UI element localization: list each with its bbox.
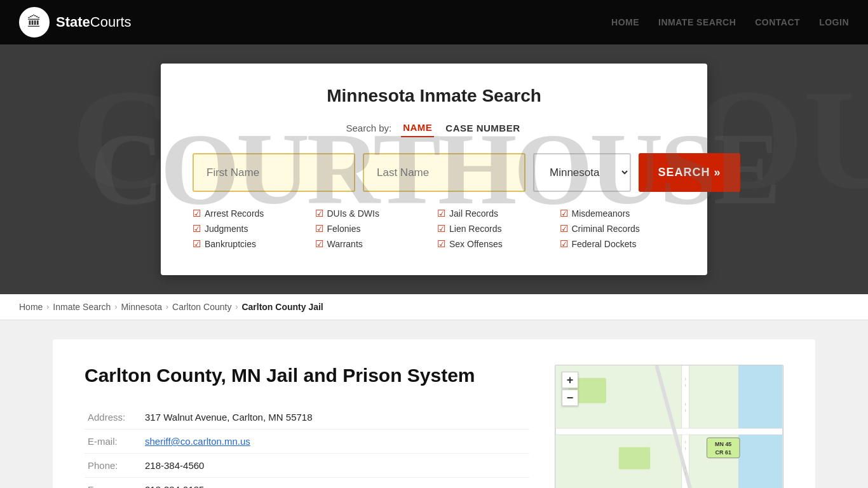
main-content: Carlton County, MN Jail and Prison Syste… (0, 320, 868, 488)
header: 🏛 StateCourts HOME INMATE SEARCH CONTACT… (0, 0, 868, 44)
breadcrumb-sep-4: › (235, 302, 238, 311)
logo-icon: 🏛 (19, 7, 50, 37)
phone-value: 218-384-4560 (142, 454, 529, 478)
breadcrumb: Home › Inmate Search › Minnesota › Carlt… (0, 294, 868, 320)
svg-text:CR 61: CR 61 (715, 449, 731, 456)
courthouse-bg-text: COURTHOUSE (90, 111, 778, 228)
email-row: E-mail: sheriff@co.carlton.mn.us (85, 430, 529, 454)
card-right: + − (555, 365, 783, 488)
svg-rect-13 (619, 447, 651, 470)
breadcrumb-carlton-county[interactable]: Carlton County (172, 302, 231, 312)
jail-title: Carlton County, MN Jail and Prison Syste… (85, 365, 529, 386)
content-card: Carlton County, MN Jail and Prison Syste… (53, 339, 815, 488)
breadcrumb-home[interactable]: Home (19, 302, 43, 312)
address-row: Address: 317 Walnut Avenue, Carlton, MN … (85, 405, 529, 430)
breadcrumb-sep-3: › (166, 302, 168, 311)
map-controls: + − (562, 372, 578, 406)
phone-row: Phone: 218-384-4560 (85, 454, 529, 478)
email-label: E-mail: (85, 430, 142, 454)
breadcrumb-inmate-search[interactable]: Inmate Search (53, 302, 111, 312)
email-link[interactable]: sheriff@co.carlton.mn.us (145, 436, 250, 447)
address-value: 317 Walnut Avenue, Carlton, MN 55718 (142, 405, 529, 430)
hero-section: COURTHOUSE Minnesota Inmate Search Searc… (0, 44, 868, 294)
logo-text: StateCourts (56, 14, 132, 30)
breadcrumb-minnesota[interactable]: Minnesota (121, 302, 162, 312)
breadcrumb-current: Carlton County Jail (241, 302, 323, 312)
fax-value: 218-384-9185 (142, 478, 529, 489)
map-container: + − (555, 365, 783, 488)
breadcrumb-sep-1: › (46, 302, 49, 311)
fax-row: Fax: 218-384-9185 (85, 478, 529, 489)
address-label: Address: (85, 405, 142, 430)
breadcrumb-sep-2: › (114, 302, 117, 311)
map-zoom-in[interactable]: + (562, 372, 578, 388)
card-left: Carlton County, MN Jail and Prison Syste… (85, 365, 529, 488)
svg-rect-1 (738, 365, 782, 488)
map-svg: MN 45 CR 61 (555, 365, 783, 488)
phone-label: Phone: (85, 454, 142, 478)
email-value: sheriff@co.carlton.mn.us (142, 430, 529, 454)
fax-label: Fax: (85, 478, 142, 489)
map-zoom-out[interactable]: − (562, 390, 578, 406)
logo-link[interactable]: 🏛 StateCourts (19, 7, 132, 37)
info-table: Address: 317 Walnut Avenue, Carlton, MN … (85, 405, 529, 488)
svg-text:MN 45: MN 45 (715, 441, 731, 447)
svg-rect-3 (556, 428, 783, 435)
